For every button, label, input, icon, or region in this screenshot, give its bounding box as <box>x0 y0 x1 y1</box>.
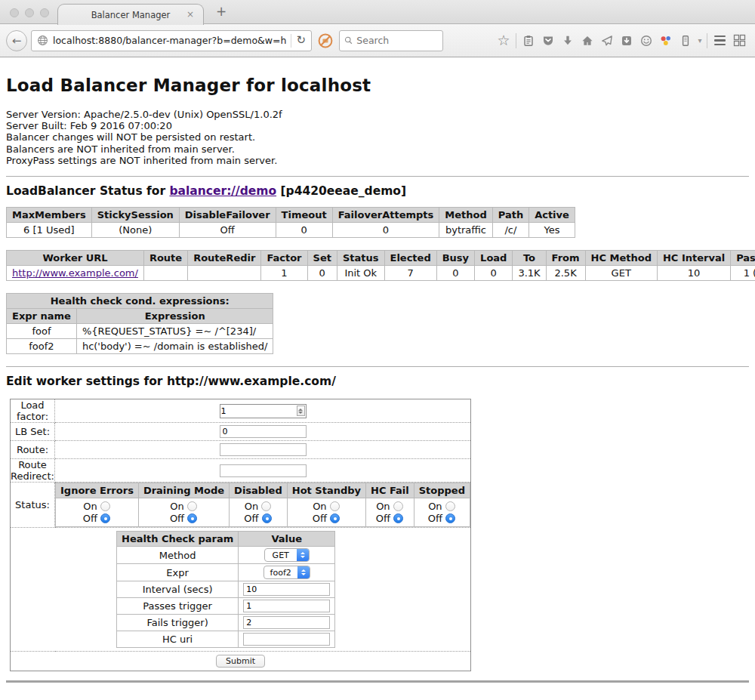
edit-worker-form: Load factor: LB Set: Route: <box>10 399 471 671</box>
on-label: On <box>83 501 97 512</box>
tab-groups-icon[interactable] <box>729 31 749 51</box>
route-redirect-input[interactable] <box>220 464 307 477</box>
url-bar[interactable]: localhost:8880/balancer-manager?b=demo&w… <box>31 30 312 51</box>
bookmark-star-icon[interactable]: ☆ <box>494 31 513 51</box>
route-input[interactable] <box>220 443 307 456</box>
cell-busy: 0 <box>436 266 474 281</box>
window-minimize-button[interactable] <box>25 8 34 17</box>
cell-hc-method: GET <box>585 266 657 281</box>
inherit-note-line: Balancers are NOT inherited from main se… <box>6 143 749 155</box>
hc-passes-label: Passes trigger <box>117 598 239 615</box>
route-row: Route: <box>11 441 471 459</box>
server-version-line: Server Version: Apache/2.5.0-dev (Unix) … <box>6 109 749 120</box>
ignore-errors-off-radio[interactable] <box>100 513 110 523</box>
balancer-link[interactable]: balancer://demo <box>169 184 276 198</box>
feedback-smiley-icon[interactable] <box>636 31 656 51</box>
hc-fails-label: Fails trigger) <box>117 615 239 631</box>
cell-disablefailover: Off <box>179 223 276 238</box>
on-label: On <box>376 501 390 512</box>
hc-interval-input[interactable] <box>243 583 330 596</box>
pocket-icon[interactable] <box>538 31 558 51</box>
hc-fail-on-radio[interactable] <box>393 501 403 511</box>
send-tab-icon[interactable] <box>597 31 617 51</box>
window-close-button[interactable] <box>10 8 19 17</box>
number-stepper-icon[interactable] <box>297 406 305 416</box>
off-label: Off <box>313 513 327 524</box>
lb-set-row: LB Set: <box>11 423 471 441</box>
select-chevrons-icon <box>297 566 310 578</box>
status-row: Status: Ignore Errors Draining Mode Disa… <box>11 483 471 528</box>
reload-icon[interactable]: ↻ <box>296 35 306 46</box>
clipboard-icon[interactable] <box>519 31 538 51</box>
route-label: Route: <box>11 441 55 459</box>
load-factor-input[interactable] <box>221 406 297 417</box>
stopped-on-radio[interactable] <box>445 501 455 511</box>
on-label: On <box>313 501 326 512</box>
hc-expr-value: foof2 <box>264 566 297 578</box>
col-failoverattempts: FailoverAttempts <box>332 208 439 223</box>
hc-fails-input[interactable] <box>243 616 330 629</box>
hc-fail-off-radio[interactable] <box>393 513 403 523</box>
hc-fail-radios: On Off <box>366 498 414 527</box>
hc-expr-select[interactable]: foof2 <box>263 566 310 579</box>
cell-to: 3.1K <box>513 266 546 281</box>
device-sync-icon[interactable] <box>676 31 695 51</box>
col-hc-method: HC Method <box>585 251 657 266</box>
menu-hamburger-icon[interactable] <box>710 31 729 51</box>
extensions-dots-icon[interactable] <box>656 31 676 51</box>
hot-standby-on-radio[interactable] <box>330 501 340 511</box>
hc-uri-input[interactable] <box>243 633 330 646</box>
col-stickysession: StickySession <box>91 208 179 223</box>
search-input[interactable] <box>356 35 438 46</box>
col-routeredir: RouteRedir <box>188 251 261 266</box>
disabled-radios: On Off <box>230 498 288 527</box>
search-bar[interactable] <box>339 30 443 51</box>
cell-maxmembers: 6 [1 Used] <box>7 223 92 238</box>
draining-mode-radios: On Off <box>138 498 229 527</box>
window-zoom-button[interactable] <box>40 8 49 17</box>
draining-mode-off-radio[interactable] <box>187 513 197 523</box>
hot-standby-off-radio[interactable] <box>330 513 340 523</box>
persist-note-line: Balancer changes will NOT be persisted o… <box>6 131 749 143</box>
col-method: Method <box>439 208 492 223</box>
stopped-off-radio[interactable] <box>445 513 455 523</box>
cell-status: Init Ok <box>337 266 384 281</box>
heading-suffix: [p4420eeae_demo] <box>276 184 406 198</box>
worker-url-link[interactable]: http://www.example.com/ <box>12 267 138 279</box>
back-button[interactable]: ← <box>6 30 27 51</box>
cell-expr-name-2: foof2 <box>7 339 77 354</box>
expr-row: foof %{REQUEST_STATUS} =~ /^[234]/ <box>7 324 273 339</box>
load-factor-stepper[interactable] <box>220 404 307 418</box>
toolbar-divider-2 <box>707 33 707 48</box>
col-busy: Busy <box>436 251 474 266</box>
cell-factor: 1 <box>261 266 307 281</box>
plugin-blocked-icon[interactable] <box>318 33 333 48</box>
new-tab-button[interactable]: + <box>213 4 230 19</box>
device-caret-icon[interactable]: ▾ <box>695 36 704 45</box>
url-text[interactable]: localhost:8880/balancer-manager?b=demo&w… <box>53 35 286 46</box>
disabled-on-radio[interactable] <box>261 501 271 511</box>
cell-set: 0 <box>307 266 337 281</box>
load-factor-label: Load factor: <box>11 399 55 423</box>
download-icon[interactable] <box>558 31 578 51</box>
save-page-icon[interactable] <box>617 31 636 51</box>
hc-method-select[interactable]: GET <box>264 548 310 562</box>
cell-hc-interval: 10 <box>657 266 730 281</box>
hc-passes-input[interactable] <box>243 600 330 612</box>
ignore-errors-on-radio[interactable] <box>100 501 110 511</box>
cell-active: Yes <box>529 223 575 238</box>
proxypass-note-line: ProxyPass settings are NOT inherited fro… <box>6 155 749 166</box>
home-icon[interactable] <box>578 31 597 51</box>
col-active: Active <box>529 208 575 223</box>
tab-close-icon[interactable]: × <box>186 9 194 20</box>
lb-set-input[interactable] <box>220 425 307 438</box>
browser-tab[interactable]: Balancer Manager × <box>57 4 204 25</box>
heading-prefix: LoadBalancer Status for <box>6 184 169 198</box>
disabled-off-radio[interactable] <box>262 513 272 523</box>
draining-mode-on-radio[interactable] <box>187 501 197 511</box>
ignore-errors-radios: On Off <box>56 498 139 527</box>
col-hc-interval: HC Interval <box>657 251 730 266</box>
col-elected: Elected <box>384 251 436 266</box>
status-table: Ignore Errors Draining Mode Disabled Hot… <box>55 483 470 527</box>
submit-button[interactable]: Submit <box>216 655 265 668</box>
